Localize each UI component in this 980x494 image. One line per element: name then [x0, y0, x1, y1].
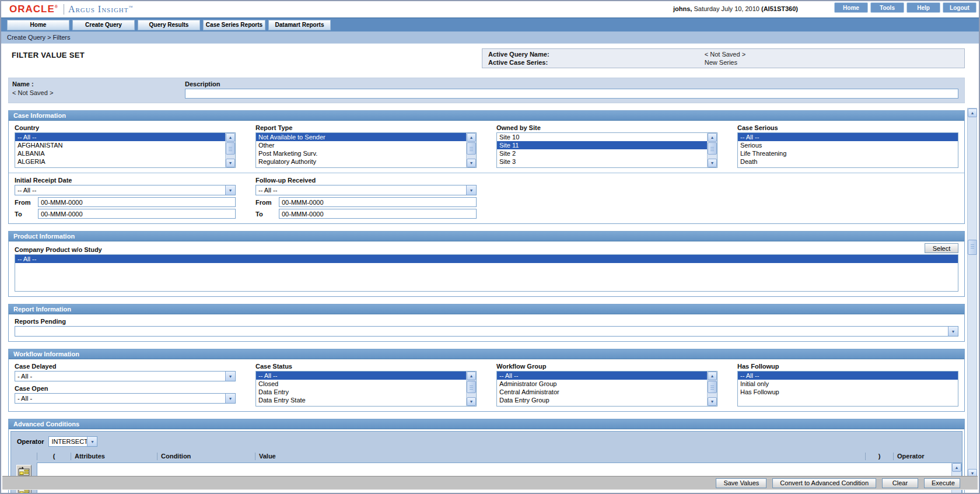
scrollbar-thumb[interactable] [968, 240, 977, 255]
scroll-up-icon[interactable]: ▲ [467, 133, 476, 142]
scroll-down-icon[interactable]: ▼ [708, 397, 717, 406]
company-product-listbox[interactable]: -- All -- [15, 254, 958, 292]
listbox-option[interactable]: Data Entry State [256, 396, 466, 404]
condition-table-header: ( Attributes Condition Value ) Operator [11, 451, 962, 461]
scroll-up-icon[interactable]: ▲ [708, 133, 717, 142]
listbox-option[interactable]: Site 10 [497, 133, 707, 141]
oracle-logo: ORACLE® [9, 3, 58, 15]
scroll-down-icon[interactable]: ▼ [708, 159, 717, 167]
report-type-listbox[interactable]: Not Available to SenderOtherPost Marketi… [256, 132, 477, 168]
tab-home[interactable]: Home [7, 20, 69, 30]
chevron-down-icon[interactable]: ▼ [225, 185, 235, 195]
listbox-option[interactable]: AFGHANISTAN [15, 141, 225, 149]
scroll-up-icon[interactable]: ▲ [467, 372, 476, 380]
listbox-scrollbar[interactable]: ▲ ▼ [466, 372, 476, 406]
listbox-scrollbar[interactable]: ▲ ▼ [466, 133, 476, 167]
help-button[interactable]: Help [907, 2, 940, 13]
listbox-option[interactable]: Death [738, 157, 958, 166]
listbox-option[interactable]: Closed [256, 380, 466, 388]
scrollbar-thumb[interactable] [467, 142, 476, 155]
listbox-option[interactable]: Has Followup [738, 388, 958, 396]
chevron-down-icon[interactable]: ▼ [466, 185, 476, 195]
scroll-up-icon[interactable]: ▲ [968, 108, 977, 117]
listbox-option[interactable]: Central Administrator [497, 388, 707, 396]
chevron-down-icon[interactable]: ▼ [87, 437, 97, 446]
reports-pending-select[interactable]: ▼ [15, 326, 958, 337]
has-followup-listbox[interactable]: -- All --Initial onlyHas Followup [737, 371, 958, 407]
listbox-scrollbar[interactable]: ▲ ▼ [225, 133, 235, 167]
clear-button[interactable]: Clear [882, 478, 918, 488]
operator-select[interactable]: INTERSECT ▼ [48, 436, 97, 447]
listbox-option[interactable]: Site 3 [497, 157, 707, 166]
section-divider [9, 173, 964, 173]
tab-case-series-reports[interactable]: Case Series Reports [203, 20, 265, 30]
listbox-option[interactable]: -- All -- [738, 372, 958, 380]
listbox-option[interactable]: Data Entry Group [497, 396, 707, 404]
description-input[interactable] [185, 89, 958, 99]
execute-button[interactable]: Execute [924, 478, 960, 488]
listbox-option[interactable]: Not Available to Sender [256, 133, 466, 141]
follow-up-from-input[interactable] [279, 197, 477, 207]
case-delayed-select[interactable]: - All - ▼ [15, 371, 236, 381]
listbox-option[interactable]: Other [256, 141, 466, 149]
listbox-option[interactable]: ALBANIA [15, 149, 225, 157]
listbox-scrollbar[interactable]: ▲ ▼ [707, 133, 717, 167]
select-button[interactable]: Select [925, 243, 958, 253]
listbox-option[interactable]: -- All -- [15, 133, 225, 141]
scrollbar-thumb[interactable] [226, 142, 235, 155]
listbox-option[interactable]: Serious [738, 141, 958, 149]
chevron-down-icon[interactable]: ▼ [225, 394, 235, 403]
chevron-down-icon[interactable]: ▼ [225, 372, 235, 381]
case-status-listbox[interactable]: -- All --ClosedData EntryData Entry Stat… [256, 371, 477, 407]
scrollbar-thumb[interactable] [708, 142, 717, 155]
listbox-option[interactable]: Life Threatening [738, 149, 958, 157]
form-folder-icon [18, 467, 30, 476]
scrollbar-thumb[interactable] [708, 381, 717, 393]
tools-button[interactable]: Tools [870, 2, 904, 13]
listbox-option[interactable]: Administrator Group [497, 380, 707, 388]
from-label: From [256, 199, 279, 206]
follow-up-to-input[interactable] [279, 209, 477, 219]
logout-button[interactable]: Logout [943, 2, 977, 13]
page-scrollbar[interactable]: ▲ ▼ [967, 108, 977, 478]
workflow-group-label: Workflow Group [496, 363, 718, 370]
follow-up-received-select[interactable]: -- All -- ▼ [256, 185, 477, 195]
tab-datamart-reports[interactable]: Datamart Reports [268, 20, 331, 30]
country-listbox[interactable]: -- All --AFGHANISTANALBANIAALGERIA ▲ ▼ [15, 132, 236, 168]
listbox-option[interactable]: -- All -- [738, 133, 958, 141]
listbox-option[interactable]: Data Entry [256, 388, 466, 396]
tab-query-results[interactable]: Query Results [138, 20, 200, 30]
listbox-option[interactable]: Site 2 [497, 149, 707, 157]
scroll-down-icon[interactable]: ▼ [226, 159, 235, 167]
scroll-up-icon[interactable]: ▲ [952, 463, 961, 472]
tab-create-query[interactable]: Create Query [72, 20, 135, 30]
listbox-option[interactable]: Post Marketing Surv. [256, 149, 466, 157]
scrollbar-thumb[interactable] [467, 381, 476, 393]
home-button[interactable]: Home [834, 2, 868, 13]
scroll-down-icon[interactable]: ▼ [467, 397, 476, 406]
save-values-button[interactable]: Save Values [716, 478, 766, 488]
operator-label: Operator [17, 438, 44, 445]
listbox-option[interactable]: Initial only [738, 380, 958, 388]
listbox-option[interactable]: -- All -- [256, 372, 466, 380]
listbox-scrollbar[interactable]: ▲ ▼ [707, 372, 717, 406]
listbox-option[interactable]: Site 11 [497, 141, 707, 149]
scroll-down-icon[interactable]: ▼ [467, 159, 476, 167]
active-query-name-label: Active Query Name: [488, 50, 705, 58]
scroll-up-icon[interactable]: ▲ [708, 372, 717, 380]
listbox-option[interactable]: -- All -- [497, 372, 707, 380]
convert-to-advanced-condition-button[interactable]: Convert to Advanced Condition [772, 478, 876, 488]
case-open-select[interactable]: - All - ▼ [15, 393, 236, 404]
initial-receipt-to-input[interactable] [38, 209, 236, 219]
listbox-option[interactable]: ALGERIA [15, 157, 225, 166]
listbox-option[interactable]: -- All -- [15, 255, 958, 263]
workflow-group-listbox[interactable]: -- All --Administrator GroupCentral Admi… [496, 371, 718, 407]
listbox-option[interactable]: Regulatory Authority [256, 157, 466, 166]
initial-receipt-date-select[interactable]: -- All -- ▼ [15, 185, 236, 195]
case-serious-listbox[interactable]: -- All --SeriousLife ThreateningDeath [737, 132, 958, 168]
owned-by-site-listbox[interactable]: Site 10Site 11Site 2Site 3 ▲ ▼ [496, 132, 718, 168]
scroll-up-icon[interactable]: ▲ [226, 133, 235, 142]
breadcrumb: Create Query > Filters [1, 31, 979, 44]
initial-receipt-from-input[interactable] [38, 197, 236, 207]
chevron-down-icon[interactable]: ▼ [948, 327, 958, 336]
